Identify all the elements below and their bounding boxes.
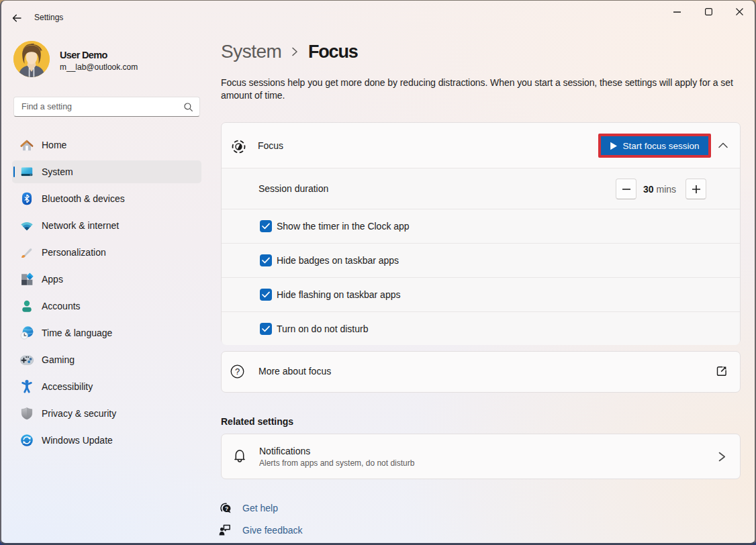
svg-text:?: ? — [225, 505, 228, 512]
svg-text:?: ? — [235, 366, 240, 377]
